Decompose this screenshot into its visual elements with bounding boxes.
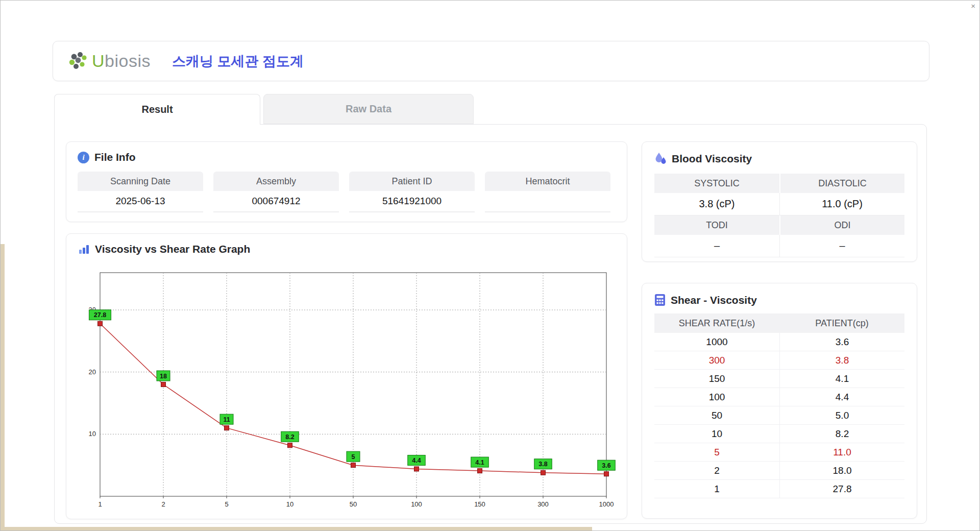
odi-value: – (779, 235, 904, 257)
shear-viscosity-row: 1504.1 (654, 370, 904, 388)
logo-dots-icon (67, 52, 90, 71)
svg-text:10: 10 (89, 430, 96, 438)
blood-viscosity-title: Blood Viscosity (672, 153, 752, 165)
shear-rate-value: 100 (654, 388, 779, 406)
hematocrit-label: Hematocrit (485, 172, 610, 191)
logo-letters-rest: biosis (105, 51, 151, 70)
patient-viscosity-value: 3.8 (779, 351, 904, 369)
svg-text:10: 10 (286, 500, 293, 508)
blood-viscosity-title-row: Blood Viscosity (654, 152, 904, 165)
bar-chart-icon (78, 243, 90, 255)
diastolic-label: DIASTOLIC (779, 174, 904, 193)
file-info-fields: Scanning Date 2025-06-13 Assembly 000674… (78, 172, 616, 212)
diastolic-value: 11.0 (cP) (779, 193, 904, 215)
svg-text:5: 5 (352, 453, 355, 461)
patient-id-label: Patient ID (349, 172, 475, 191)
svg-text:20: 20 (89, 368, 96, 376)
svg-text:27.8: 27.8 (94, 311, 106, 319)
graph-title-row: Viscosity vs Shear Rate Graph (78, 243, 616, 255)
desktop-background-sliver-left (0, 244, 5, 531)
field-patient-id: Patient ID 51641921000 (349, 172, 475, 212)
ubiosis-logo: Ubiosis (67, 51, 151, 71)
shear-rate-value: 1000 (654, 333, 779, 351)
svg-text:100: 100 (411, 500, 422, 508)
shear-rate-value: 5 (654, 443, 779, 461)
shear-viscosity-row: 1004.4 (654, 388, 904, 406)
svg-text:3.6: 3.6 (602, 462, 610, 469)
info-icon: i (78, 152, 89, 163)
patient-column-header: PATIENT(cp) (779, 313, 904, 333)
shear-viscosity-table-body: 10003.63003.81504.11004.4505.0108.2511.0… (654, 333, 904, 498)
shear-viscosity-title-row: Shear - Viscosity (654, 294, 904, 306)
tab-result[interactable]: Result (54, 94, 260, 125)
chart-wrap: 1020301251050100150300100027.818118.254.… (78, 260, 616, 512)
logo-letter-u: U (92, 51, 105, 70)
app-header: Ubiosis 스캐닝 모세관 점도계 (53, 41, 929, 81)
blood-viscosity-table: SYSTOLIC DIASTOLIC 3.8 (cP) 11.0 (cP) TO… (654, 174, 904, 257)
shear-viscosity-table: SHEAR RATE(1/s) PATIENT(cp) 10003.63003.… (654, 313, 904, 498)
svg-text:4.1: 4.1 (475, 459, 484, 466)
graph-title: Viscosity vs Shear Rate Graph (95, 243, 250, 255)
systolic-value: 3.8 (cP) (654, 193, 779, 215)
patient-viscosity-value: 27.8 (779, 480, 904, 498)
svg-text:18: 18 (160, 373, 167, 380)
shear-rate-value: 10 (654, 425, 779, 443)
shear-viscosity-card: Shear - Viscosity SHEAR RATE(1/s) PATIEN… (642, 283, 917, 519)
shear-viscosity-title: Shear - Viscosity (671, 294, 757, 306)
close-icon[interactable]: × (971, 2, 975, 10)
svg-text:1000: 1000 (599, 500, 614, 508)
shear-viscosity-row: 108.2 (654, 425, 904, 443)
systolic-label: SYSTOLIC (654, 174, 779, 193)
svg-text:50: 50 (350, 500, 357, 508)
scanning-date-label: Scanning Date (78, 172, 203, 191)
svg-text:2: 2 (161, 500, 165, 508)
logo-text: Ubiosis (92, 51, 151, 71)
shear-rate-value: 50 (654, 406, 779, 424)
shear-viscosity-row: 218.0 (654, 462, 904, 480)
svg-text:4.4: 4.4 (412, 457, 421, 464)
svg-text:5: 5 (225, 500, 228, 508)
patient-viscosity-value: 11.0 (779, 443, 904, 461)
svg-text:8.2: 8.2 (285, 433, 294, 441)
assembly-value: 000674912 (213, 191, 339, 212)
shear-viscosity-row: 505.0 (654, 406, 904, 425)
tab-raw-data[interactable]: Raw Data (263, 94, 474, 124)
result-panel: i File Info Scanning Date 2025-06-13 Ass… (54, 124, 927, 524)
page-title: 스캐닝 모세관 점도계 (172, 52, 304, 70)
scanning-date-value: 2025-06-13 (78, 191, 203, 212)
blood-drop-icon (654, 152, 667, 165)
patient-viscosity-value: 5.0 (779, 406, 904, 424)
patient-viscosity-value: 18.0 (779, 462, 904, 479)
odi-label: ODI (779, 215, 904, 235)
field-hematocrit: Hematocrit (485, 172, 610, 212)
shear-viscosity-table-header: SHEAR RATE(1/s) PATIENT(cp) (654, 313, 904, 333)
viscosity-shear-chart: 1020301251050100150300100027.818118.254.… (78, 260, 617, 512)
svg-text:1: 1 (98, 500, 102, 508)
todi-value: – (654, 235, 779, 257)
file-info-title: File Info (94, 151, 136, 163)
field-scanning-date: Scanning Date 2025-06-13 (78, 172, 203, 212)
file-info-title-row: i File Info (78, 151, 616, 163)
shear-rate-column-header: SHEAR RATE(1/s) (654, 313, 779, 333)
calculator-icon (654, 294, 666, 306)
graph-card: Viscosity vs Shear Rate Graph 1020301251… (66, 233, 627, 519)
patient-viscosity-value: 8.2 (779, 425, 904, 443)
svg-text:3.8: 3.8 (538, 461, 547, 468)
shear-viscosity-row: 511.0 (654, 443, 904, 462)
svg-text:150: 150 (474, 500, 485, 508)
svg-text:300: 300 (537, 500, 549, 508)
desktop-background-sliver-bottom (0, 527, 592, 531)
assembly-label: Assembly (213, 172, 339, 191)
shear-viscosity-row: 3003.8 (654, 351, 904, 370)
shear-rate-value: 1 (654, 480, 779, 498)
patient-id-value: 51641921000 (349, 191, 475, 212)
patient-viscosity-value: 3.6 (779, 333, 904, 351)
shear-viscosity-row: 127.8 (654, 480, 904, 498)
patient-viscosity-value: 4.1 (779, 370, 904, 388)
shear-viscosity-row: 10003.6 (654, 333, 904, 351)
file-info-card: i File Info Scanning Date 2025-06-13 Ass… (66, 141, 627, 222)
shear-rate-value: 300 (654, 351, 779, 369)
svg-text:11: 11 (223, 416, 230, 423)
todi-label: TODI (654, 215, 779, 235)
patient-viscosity-value: 4.4 (779, 388, 904, 406)
